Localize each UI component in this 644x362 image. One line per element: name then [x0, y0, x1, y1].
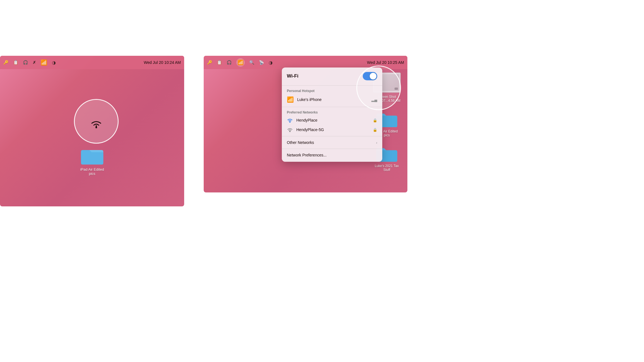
wifi-circle-highlight — [74, 99, 119, 144]
divider-3 — [282, 136, 382, 136]
headphones-icon: 🎧 — [23, 60, 28, 65]
right-desktop-panel: 🔑 📋 🎧 📶 🔍 📡 ◑ Wed Jul 20 10:25 AM Wi-Fi … — [204, 56, 407, 192]
network-preferences-item[interactable]: Network Preferences... — [282, 151, 382, 160]
other-networks-item[interactable]: Other Networks › — [282, 138, 382, 147]
password-icon: 🔑 — [3, 60, 9, 65]
r-clipboard-icon: 📋 — [217, 60, 222, 65]
r-wifi-icon[interactable]: 📶 — [236, 58, 245, 67]
wifi-connected-icon — [287, 118, 293, 123]
r-search-icon[interactable]: 🔍 — [249, 60, 254, 65]
lock-icon-1: 🔒 — [373, 118, 377, 122]
r-airdrop-icon: 📡 — [259, 60, 264, 65]
left-desktop-panel: 🔑 📋 🎧 ✗ 📶 ◑ Wed Jul 20 10:24 AM — [0, 56, 184, 206]
network-name-1: HendyPlace — [296, 118, 369, 122]
divider-2 — [282, 107, 382, 107]
wifi-icon-circle — [90, 118, 103, 130]
wifi-panel-title: Wi-Fi — [287, 73, 298, 79]
wifi-icon-left[interactable]: 📶 — [40, 59, 47, 66]
hotspot-name: Luke's iPhone — [297, 97, 368, 102]
left-folder-label: iPad Air Edited pics — [80, 167, 104, 176]
other-networks-label: Other Networks — [287, 140, 373, 145]
wifi-dropdown-panel: Wi-Fi Personal Hotspot 📶 Luke's iPhone ▂… — [282, 67, 382, 162]
right-clock: Wed Jul 20 10:25 AM — [367, 60, 404, 65]
divider-4 — [282, 149, 382, 149]
left-menubar: 🔑 📋 🎧 ✗ 📶 ◑ Wed Jul 20 10:24 AM — [0, 56, 184, 69]
personal-hotspot-label: Personal Hotspot — [282, 87, 382, 94]
clipboard-icon: 📋 — [13, 60, 18, 65]
folder-icon-left — [81, 147, 103, 165]
toggle-knob — [370, 73, 376, 79]
svg-point-5 — [289, 131, 291, 132]
wifi-panel-header: Wi-Fi — [282, 72, 382, 84]
lock-icon-2: 🔒 — [373, 128, 377, 132]
svg-point-4 — [289, 121, 291, 123]
chevron-right-icon: › — [376, 141, 377, 145]
bluetooth-icon: ✗ — [33, 60, 36, 65]
network-name-2: HendyPlace-5G — [296, 127, 369, 132]
svg-point-0 — [95, 127, 97, 128]
r-siri-icon: ◑ — [269, 60, 273, 65]
divider-1 — [282, 85, 382, 86]
network-hendyplace[interactable]: HendyPlace 🔒 — [282, 115, 382, 125]
wifi-gray-icon — [287, 127, 293, 132]
right-menubar: 🔑 📋 🎧 📶 🔍 📡 ◑ Wed Jul 20 10:25 AM — [204, 56, 407, 69]
screenshot-dot — [395, 88, 398, 90]
tax-folder-label: Luke's 2021 Tax Stuff — [375, 164, 399, 172]
r-headphones-icon: 🎧 — [227, 60, 232, 65]
hotspot-signal: ▂▄ — [371, 97, 377, 102]
wifi-toggle[interactable] — [363, 72, 377, 80]
hotspot-icon: 📶 — [287, 96, 294, 103]
siri-icon: ◑ — [52, 60, 56, 65]
preferred-networks-label: Preferred Networks — [282, 109, 382, 115]
left-folder-container: iPad Air Edited pics — [80, 147, 104, 176]
left-clock: Wed Jul 20 10:24 AM — [144, 60, 181, 65]
network-hendyplace-5g[interactable]: HendyPlace-5G 🔒 — [282, 125, 382, 134]
r-password-icon: 🔑 — [207, 60, 212, 65]
hotspot-item[interactable]: 📶 Luke's iPhone ▂▄ — [282, 94, 382, 105]
